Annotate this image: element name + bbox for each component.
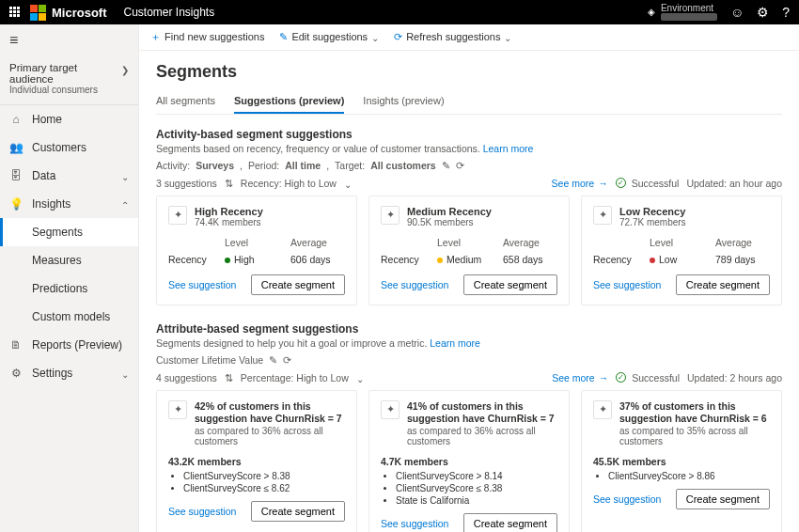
suggestion-count: 3 suggestions bbox=[156, 178, 217, 189]
activity-card: ✦ High Recency 74.4K members LevelAverag… bbox=[156, 196, 357, 305]
learn-more-link[interactable]: Learn more bbox=[483, 143, 534, 154]
see-suggestion-link[interactable]: See suggestion bbox=[381, 279, 448, 290]
sidebar-label: Custom models bbox=[32, 310, 110, 323]
col-average: Average bbox=[290, 237, 356, 248]
create-segment-button[interactable]: Create segment bbox=[463, 274, 557, 295]
edit-suggestions-button[interactable]: ✎Edit suggestions⌄ bbox=[279, 30, 379, 43]
create-segment-button[interactable]: Create segment bbox=[251, 274, 345, 295]
sidebar-item-custom-models[interactable]: Custom models bbox=[0, 303, 138, 331]
sort-icon[interactable]: ⇅ bbox=[225, 178, 233, 189]
create-segment-button[interactable]: Create segment bbox=[251, 501, 345, 522]
tabs: All segments Suggestions (preview) Insig… bbox=[156, 91, 782, 115]
see-more-link[interactable]: See more→ bbox=[552, 178, 608, 189]
attribute-filters: Customer Lifetime Value ✎ ⟳ bbox=[156, 354, 782, 366]
edit-icon[interactable]: ✎ bbox=[269, 354, 277, 366]
segment-icon: ✦ bbox=[168, 206, 187, 225]
metric-label: Customer Lifetime Value bbox=[156, 354, 263, 366]
sort-label[interactable]: Recency: High to Low bbox=[241, 178, 337, 189]
card-members: 72.7K members bbox=[619, 217, 686, 227]
tab-all-segments[interactable]: All segments bbox=[156, 91, 215, 114]
see-suggestion-link[interactable]: See suggestion bbox=[593, 279, 661, 290]
compare-text: as compared to 36% across all customers bbox=[407, 426, 557, 446]
see-suggestion-link[interactable]: See suggestion bbox=[381, 518, 448, 529]
sidebar-item-data[interactable]: 🗄Data⌄ bbox=[0, 162, 138, 190]
card-title: 41% of customers in this suggestion have… bbox=[407, 400, 557, 426]
card-title: 42% of customers in this suggestion have… bbox=[195, 400, 345, 426]
segment-icon: ✦ bbox=[593, 206, 612, 225]
sidebar-item-segments[interactable]: Segments bbox=[0, 218, 138, 246]
cmd-label: Find new suggestions bbox=[164, 31, 264, 42]
sort-icon[interactable]: ⇅ bbox=[225, 372, 233, 383]
rule-item: ClientSurveyScore > 8.38 bbox=[183, 471, 345, 481]
data-icon: 🗄 bbox=[9, 169, 23, 182]
chevron-right-icon: ❯ bbox=[121, 62, 129, 75]
sidebar-item-settings[interactable]: ⚙Settings⌄ bbox=[0, 359, 138, 387]
refresh-icon[interactable]: ⟳ bbox=[283, 354, 291, 366]
cmd-label: Refresh suggestions bbox=[406, 31, 500, 42]
rule-item: ClientSurveyScore ≤ 8.38 bbox=[396, 483, 557, 493]
sidebar-item-measures[interactable]: Measures bbox=[0, 246, 138, 274]
segment-icon: ✦ bbox=[381, 206, 400, 225]
refresh-icon[interactable]: ⟳ bbox=[456, 160, 464, 171]
sidebar-item-predictions[interactable]: Predictions bbox=[0, 274, 138, 303]
sidebar-label: Measures bbox=[32, 254, 82, 267]
arrow-right-icon: → bbox=[599, 372, 609, 383]
status-text: Successful bbox=[632, 178, 680, 189]
rule-item: ClientSurveyScore > 8.86 bbox=[608, 471, 770, 481]
chevron-down-icon: ⌄ bbox=[371, 30, 379, 43]
updated-text: Updated: 2 hours ago bbox=[687, 372, 782, 383]
settings-icon[interactable]: ⚙ bbox=[757, 5, 769, 20]
sidebar-label: Segments bbox=[32, 226, 83, 239]
compare-text: as compared to 35% across all customers bbox=[619, 426, 770, 446]
edit-icon[interactable]: ✎ bbox=[442, 160, 450, 171]
environment-picker[interactable]: ◈ Environment bbox=[648, 4, 717, 21]
tab-suggestions[interactable]: Suggestions (preview) bbox=[234, 91, 344, 114]
see-suggestion-link[interactable]: See suggestion bbox=[168, 279, 236, 290]
sidebar-item-customers[interactable]: 👥Customers bbox=[0, 133, 138, 162]
activity-section-desc: Segments based on recency, frequency or … bbox=[156, 143, 782, 154]
see-suggestion-link[interactable]: See suggestion bbox=[593, 493, 661, 505]
home-icon: ⌂ bbox=[9, 113, 23, 126]
sidebar-item-reports[interactable]: 🗎Reports (Preview) bbox=[0, 331, 138, 359]
tab-insights[interactable]: Insights (preview) bbox=[363, 91, 444, 114]
updated-text: Updated: an hour ago bbox=[686, 178, 782, 189]
see-suggestion-link[interactable]: See suggestion bbox=[168, 506, 236, 517]
create-segment-button[interactable]: Create segment bbox=[463, 513, 557, 532]
command-bar: ＋Find new suggestions ✎Edit suggestions⌄… bbox=[139, 24, 799, 51]
sidebar-label: Customers bbox=[32, 141, 86, 154]
refresh-suggestions-button[interactable]: ⟳Refresh suggestions⌄ bbox=[394, 30, 511, 43]
success-icon: ✓ bbox=[616, 372, 626, 383]
col-level: Level bbox=[225, 237, 290, 248]
learn-more-link[interactable]: Learn more bbox=[430, 337, 480, 349]
card-members: 90.5K members bbox=[407, 217, 492, 227]
level-value: High bbox=[225, 254, 290, 265]
card-title: Medium Recency bbox=[407, 206, 492, 217]
app-launcher-icon[interactable] bbox=[9, 7, 21, 18]
members-count: 4.7K members bbox=[381, 456, 557, 467]
col-level: Level bbox=[437, 237, 503, 248]
sidebar-label: Reports (Preview) bbox=[32, 338, 122, 352]
chevron-down-icon: ⌄ bbox=[344, 177, 352, 190]
feedback-icon[interactable]: ☺ bbox=[730, 5, 744, 20]
audience-title: Primary target audience bbox=[9, 62, 121, 85]
sidebar-label: Predictions bbox=[32, 282, 87, 295]
sort-label[interactable]: Percentage: High to Low bbox=[241, 372, 349, 383]
sidebar-label: Data bbox=[32, 169, 55, 182]
microsoft-logo bbox=[30, 5, 46, 21]
hamburger-icon[interactable]: ≡ bbox=[0, 24, 138, 56]
customers-icon: 👥 bbox=[9, 141, 23, 154]
help-icon[interactable]: ? bbox=[782, 5, 790, 20]
top-bar: Microsoft Customer Insights ◈ Environmen… bbox=[0, 0, 799, 24]
sidebar-item-home[interactable]: ⌂Home bbox=[0, 105, 138, 133]
find-suggestions-button[interactable]: ＋Find new suggestions bbox=[150, 30, 264, 44]
create-segment-button[interactable]: Create segment bbox=[676, 274, 770, 295]
segment-icon: ✦ bbox=[381, 400, 400, 419]
arrow-right-icon: → bbox=[598, 178, 608, 189]
see-more-link[interactable]: See more→ bbox=[552, 372, 608, 383]
create-segment-button[interactable]: Create segment bbox=[676, 489, 770, 509]
edit-icon: ✎ bbox=[279, 31, 288, 43]
row-label: Recency bbox=[381, 254, 437, 265]
audience-picker[interactable]: Primary target audience Individual consu… bbox=[0, 56, 138, 105]
sidebar-item-insights[interactable]: 💡Insights⌃ bbox=[0, 190, 138, 218]
page-title: Segments bbox=[156, 62, 782, 82]
